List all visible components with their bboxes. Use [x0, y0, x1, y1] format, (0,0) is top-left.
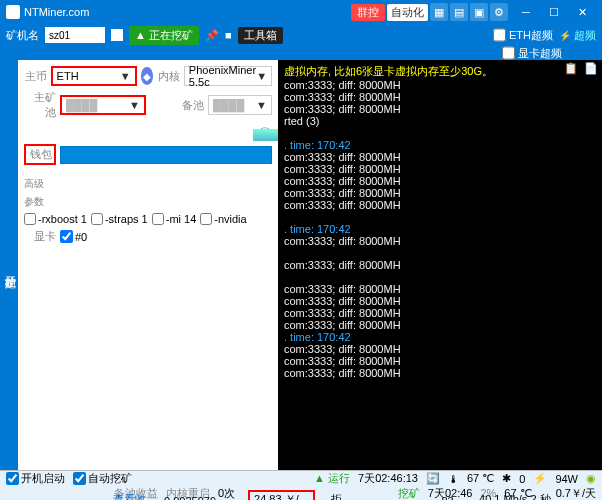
app-logo: NTMiner.com — [6, 5, 351, 19]
console-lines: com:3333; diff: 8000MHcom:3333; diff: 80… — [284, 79, 596, 379]
automation-button[interactable]: 自动化 — [387, 4, 428, 21]
settings-icon[interactable]: ⚙ — [490, 3, 508, 21]
titlebar: NTMiner.com 群控 自动化 ▦ ▤ ▣ ⚙ ─ ☐ ✕ — [0, 0, 602, 24]
minimize-button[interactable]: ─ — [512, 0, 540, 24]
subbar: 矿机名 ▲ 正在挖矿 📌 ■ 工具箱 ETH超频 ⚡超频 — [0, 24, 602, 46]
view-income-link[interactable]: 查看收益 — [113, 492, 156, 500]
fan-icon: ✱ — [502, 472, 511, 485]
price: 0.7￥/天 — [556, 486, 596, 501]
footer: 开机启动 自动挖矿 ▲ 运行 7天02:46:13 🔄 🌡67 ℃ ✱0 ⚡94… — [0, 470, 602, 500]
power-icon: ⚡ — [533, 472, 547, 485]
coin-select[interactable]: ETH▼ — [51, 66, 137, 86]
autostart-checkbox[interactable]: 开机启动 — [6, 471, 65, 486]
power: 94W — [555, 473, 578, 485]
maximize-button[interactable]: ☐ — [540, 0, 568, 24]
eth-oc-checkbox[interactable]: ETH超频 — [493, 27, 553, 43]
toolbar-icon-3[interactable]: ▣ — [470, 3, 488, 21]
automine-checkbox[interactable]: 自动挖矿 — [73, 471, 132, 486]
backup-pool-label: 备池 — [172, 98, 204, 113]
pool-label: 主矿池 — [24, 90, 56, 120]
pin-icon[interactable]: 📌 — [205, 29, 219, 42]
site-name: NTMiner.com — [24, 6, 89, 18]
miner-name-label: 矿机名 — [6, 28, 39, 43]
copy-icon[interactable]: 📋 — [564, 62, 578, 75]
reject-label: 拒绝 — [331, 492, 353, 500]
temp-icon: 🌡 — [448, 473, 459, 485]
pool-select[interactable]: ████▼ — [60, 95, 146, 115]
stop-icon[interactable]: ■ — [225, 29, 232, 41]
miner-name-input[interactable] — [45, 27, 105, 43]
opt-mi[interactable]: -mi 14 — [152, 213, 197, 225]
toolbox-button[interactable]: 工具箱 — [238, 27, 283, 44]
kernel-label: 内核 — [157, 69, 180, 84]
kernel-options: -rxboost 1 -straps 1 -mi 14 -nvidia — [24, 213, 272, 225]
kernel-select[interactable]: PhoenixMiner 5.5c▼ — [184, 66, 272, 86]
main-body: 开始挖矿 主币 ETH▼ ◆ 内核 PhoenixMiner 5.5c▼ 主矿池… — [0, 60, 602, 470]
daily-income: 24.83 ￥/天 — [248, 490, 315, 500]
logo-icon — [6, 5, 20, 19]
console-pane: 📋 📄 虚拟内存, 比如6张显卡虚拟内存至少30G。 com:3333; dif… — [278, 60, 602, 470]
wallet-input[interactable] — [60, 146, 272, 164]
console-icons: 📋 📄 — [564, 62, 598, 75]
fan: 0 — [519, 473, 525, 485]
opt-nvidia[interactable]: -nvidia — [200, 213, 246, 225]
subbar2: 显卡超频 — [0, 46, 602, 60]
eth-amount: 0.0025979 ETH — [164, 495, 240, 500]
gpu0-checkbox[interactable]: #0 — [60, 230, 87, 243]
hashrate: 40.1 Mh/s 2 秒前 — [479, 492, 560, 500]
title-actions: 群控 自动化 ▦ ▤ ▣ ⚙ — [351, 3, 508, 21]
runtime-value: 7天02:46:13 — [358, 471, 418, 486]
gpu-label: 显卡 — [24, 229, 56, 244]
toolbar-icon-2[interactable]: ▤ — [450, 3, 468, 21]
console-warning: 虚拟内存, 比如6张显卡虚拟内存至少30G。 — [284, 64, 596, 79]
runtime-label: ▲ 运行 — [314, 471, 350, 486]
opt-rxboost[interactable]: -rxboost 1 — [24, 213, 87, 225]
opt-straps[interactable]: -straps 1 — [91, 213, 148, 225]
gpu-oc-checkbox[interactable]: 显卡超频 — [502, 45, 562, 61]
toolbar-icon-1[interactable]: ▦ — [430, 3, 448, 21]
mining-status[interactable]: ▲ 正在挖矿 — [129, 26, 199, 45]
backup-pool-select[interactable]: ████▼ — [208, 95, 272, 115]
adv-label1: 高级 — [24, 177, 44, 191]
close-button[interactable]: ✕ — [568, 0, 596, 24]
mining-label: 挖矿 — [398, 486, 420, 501]
wallet-label: 钱包 — [24, 144, 56, 165]
eth-icon: ◆ — [141, 67, 154, 85]
sidebar-tab[interactable]: 开始挖矿 — [0, 60, 18, 470]
latency: 83 ms — [442, 495, 472, 500]
window-controls: ─ ☐ ✕ — [512, 0, 596, 24]
nvidia-icon: ◉ — [586, 472, 596, 485]
coin-label: 主币 — [24, 69, 47, 84]
adv-label2: 参数 — [24, 195, 44, 209]
checkbox-1[interactable] — [111, 29, 123, 41]
doc-icon[interactable]: 📄 — [584, 62, 598, 75]
temp: 67 ℃ — [467, 472, 494, 485]
refresh-icon[interactable]: 🔄 — [426, 472, 440, 485]
config-pane: 主币 ETH▼ ◆ 内核 PhoenixMiner 5.5c▼ 主矿池 ████… — [18, 60, 278, 470]
group-control-button[interactable]: 群控 — [351, 4, 385, 21]
oc-button[interactable]: ⚡超频 — [559, 28, 596, 43]
